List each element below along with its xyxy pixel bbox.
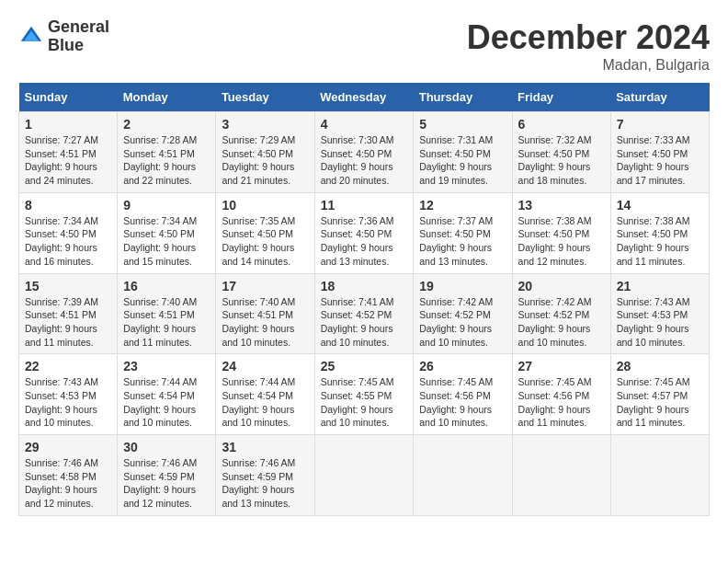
- day-info: Sunrise: 7:31 AMSunset: 4:50 PMDaylight:…: [419, 134, 493, 186]
- day-info: Sunrise: 7:27 AMSunset: 4:51 PMDaylight:…: [25, 134, 98, 186]
- calendar-day-cell: 11 Sunrise: 7:36 AMSunset: 4:50 PMDaylig…: [314, 192, 414, 273]
- calendar-day-cell: 10 Sunrise: 7:35 AMSunset: 4:50 PMDaylig…: [216, 192, 314, 273]
- day-number: 22: [25, 359, 111, 373]
- day-info: Sunrise: 7:30 AMSunset: 4:50 PMDaylight:…: [321, 134, 394, 186]
- day-number: 25: [321, 359, 408, 373]
- calendar-day-cell: [512, 435, 610, 516]
- calendar-day-cell: 13 Sunrise: 7:38 AMSunset: 4:50 PMDaylig…: [512, 192, 610, 273]
- day-number: 21: [617, 279, 703, 293]
- logo: General Blue: [18, 18, 109, 55]
- calendar-day-cell: 3 Sunrise: 7:29 AMSunset: 4:50 PMDayligh…: [216, 112, 314, 193]
- weekday-header-cell: Wednesday: [314, 83, 414, 112]
- calendar-day-cell: 4 Sunrise: 7:30 AMSunset: 4:50 PMDayligh…: [314, 112, 414, 193]
- calendar-day-cell: 12 Sunrise: 7:37 AMSunset: 4:50 PMDaylig…: [414, 192, 512, 273]
- day-info: Sunrise: 7:41 AMSunset: 4:52 PMDaylight:…: [321, 296, 394, 348]
- day-number: 26: [419, 359, 506, 373]
- day-number: 29: [25, 440, 111, 454]
- day-info: Sunrise: 7:45 AMSunset: 4:56 PMDaylight:…: [518, 376, 592, 428]
- calendar-day-cell: 21 Sunrise: 7:43 AMSunset: 4:53 PMDaylig…: [610, 273, 709, 354]
- calendar-day-cell: 25 Sunrise: 7:45 AMSunset: 4:55 PMDaylig…: [314, 354, 414, 435]
- day-number: 30: [123, 440, 210, 454]
- day-info: Sunrise: 7:45 AMSunset: 4:57 PMDaylight:…: [617, 376, 690, 428]
- day-info: Sunrise: 7:45 AMSunset: 4:56 PMDaylight:…: [419, 376, 493, 428]
- day-number: 9: [123, 198, 210, 213]
- day-number: 31: [222, 440, 308, 454]
- calendar-day-cell: 2 Sunrise: 7:28 AMSunset: 4:51 PMDayligh…: [118, 112, 216, 193]
- calendar-day-cell: 1 Sunrise: 7:27 AMSunset: 4:51 PMDayligh…: [19, 112, 118, 193]
- day-info: Sunrise: 7:36 AMSunset: 4:50 PMDaylight:…: [321, 215, 394, 267]
- calendar-day-cell: [414, 435, 512, 516]
- day-info: Sunrise: 7:35 AMSunset: 4:50 PMDaylight:…: [222, 215, 295, 267]
- weekday-header-cell: Thursday: [414, 83, 512, 112]
- day-info: Sunrise: 7:34 AMSunset: 4:50 PMDaylight:…: [25, 215, 98, 267]
- day-number: 19: [419, 279, 506, 293]
- day-number: 14: [617, 198, 703, 213]
- calendar-day-cell: 29 Sunrise: 7:46 AMSunset: 4:58 PMDaylig…: [19, 435, 118, 516]
- logo-line2: Blue: [48, 37, 109, 55]
- calendar-day-cell: 14 Sunrise: 7:38 AMSunset: 4:50 PMDaylig…: [610, 192, 709, 273]
- day-info: Sunrise: 7:44 AMSunset: 4:54 PMDaylight:…: [123, 376, 197, 428]
- calendar-day-cell: [314, 435, 414, 516]
- month-title: December 2024: [467, 18, 710, 57]
- day-number: 12: [419, 198, 506, 213]
- calendar-day-cell: 30 Sunrise: 7:46 AMSunset: 4:59 PMDaylig…: [118, 435, 216, 516]
- calendar-day-cell: 9 Sunrise: 7:34 AMSunset: 4:50 PMDayligh…: [118, 192, 216, 273]
- day-number: 4: [321, 117, 408, 132]
- day-number: 27: [518, 359, 605, 373]
- day-number: 20: [518, 279, 605, 293]
- day-info: Sunrise: 7:45 AMSunset: 4:55 PMDaylight:…: [321, 376, 394, 428]
- day-info: Sunrise: 7:40 AMSunset: 4:51 PMDaylight:…: [222, 296, 295, 348]
- day-number: 28: [617, 359, 703, 373]
- calendar-day-cell: 17 Sunrise: 7:40 AMSunset: 4:51 PMDaylig…: [216, 273, 314, 354]
- calendar-day-cell: 24 Sunrise: 7:44 AMSunset: 4:54 PMDaylig…: [216, 354, 314, 435]
- calendar-day-cell: 31 Sunrise: 7:46 AMSunset: 4:59 PMDaylig…: [216, 435, 314, 516]
- day-number: 15: [25, 279, 111, 293]
- calendar-day-cell: 6 Sunrise: 7:32 AMSunset: 4:50 PMDayligh…: [512, 112, 610, 193]
- day-info: Sunrise: 7:33 AMSunset: 4:50 PMDaylight:…: [617, 134, 690, 186]
- calendar-day-cell: 26 Sunrise: 7:45 AMSunset: 4:56 PMDaylig…: [414, 354, 512, 435]
- day-info: Sunrise: 7:39 AMSunset: 4:51 PMDaylight:…: [25, 296, 98, 348]
- calendar-day-cell: 8 Sunrise: 7:34 AMSunset: 4:50 PMDayligh…: [19, 192, 118, 273]
- day-info: Sunrise: 7:42 AMSunset: 4:52 PMDaylight:…: [518, 296, 592, 348]
- day-number: 3: [222, 117, 308, 132]
- weekday-header-row: SundayMondayTuesdayWednesdayThursdayFrid…: [19, 83, 710, 112]
- day-info: Sunrise: 7:34 AMSunset: 4:50 PMDaylight:…: [123, 215, 197, 267]
- day-number: 5: [419, 117, 506, 132]
- calendar-day-cell: [610, 435, 709, 516]
- calendar-table: SundayMondayTuesdayWednesdayThursdayFrid…: [18, 83, 710, 516]
- day-info: Sunrise: 7:38 AMSunset: 4:50 PMDaylight:…: [617, 215, 690, 267]
- logo-line1: General: [48, 18, 109, 37]
- day-number: 16: [123, 279, 210, 293]
- calendar-week-row: 22 Sunrise: 7:43 AMSunset: 4:53 PMDaylig…: [19, 354, 710, 435]
- calendar-day-cell: 18 Sunrise: 7:41 AMSunset: 4:52 PMDaylig…: [314, 273, 414, 354]
- calendar-day-cell: 16 Sunrise: 7:40 AMSunset: 4:51 PMDaylig…: [118, 273, 216, 354]
- day-info: Sunrise: 7:32 AMSunset: 4:50 PMDaylight:…: [518, 134, 592, 186]
- day-number: 1: [25, 117, 111, 132]
- day-number: 18: [321, 279, 408, 293]
- day-info: Sunrise: 7:44 AMSunset: 4:54 PMDaylight:…: [222, 376, 295, 428]
- weekday-header-cell: Saturday: [610, 83, 709, 112]
- day-number: 23: [123, 359, 210, 373]
- day-info: Sunrise: 7:29 AMSunset: 4:50 PMDaylight:…: [222, 134, 295, 186]
- day-info: Sunrise: 7:43 AMSunset: 4:53 PMDaylight:…: [617, 296, 690, 348]
- day-number: 24: [222, 359, 308, 373]
- calendar-day-cell: 15 Sunrise: 7:39 AMSunset: 4:51 PMDaylig…: [19, 273, 118, 354]
- calendar-day-cell: 23 Sunrise: 7:44 AMSunset: 4:54 PMDaylig…: [118, 354, 216, 435]
- weekday-header-cell: Tuesday: [216, 83, 314, 112]
- day-number: 7: [617, 117, 703, 132]
- calendar-body: 1 Sunrise: 7:27 AMSunset: 4:51 PMDayligh…: [19, 112, 710, 516]
- calendar-day-cell: 20 Sunrise: 7:42 AMSunset: 4:52 PMDaylig…: [512, 273, 610, 354]
- day-info: Sunrise: 7:46 AMSunset: 4:59 PMDaylight:…: [123, 457, 197, 509]
- day-info: Sunrise: 7:37 AMSunset: 4:50 PMDaylight:…: [419, 215, 493, 267]
- calendar-day-cell: 5 Sunrise: 7:31 AMSunset: 4:50 PMDayligh…: [414, 112, 512, 193]
- location-title: Madan, Bulgaria: [467, 57, 710, 74]
- day-number: 2: [123, 117, 210, 132]
- day-info: Sunrise: 7:38 AMSunset: 4:50 PMDaylight:…: [518, 215, 592, 267]
- day-info: Sunrise: 7:28 AMSunset: 4:51 PMDaylight:…: [123, 134, 197, 186]
- day-number: 17: [222, 279, 308, 293]
- day-number: 6: [518, 117, 605, 132]
- weekday-header-cell: Sunday: [19, 83, 118, 112]
- calendar-week-row: 1 Sunrise: 7:27 AMSunset: 4:51 PMDayligh…: [19, 112, 710, 193]
- day-number: 11: [321, 198, 408, 213]
- day-info: Sunrise: 7:42 AMSunset: 4:52 PMDaylight:…: [419, 296, 493, 348]
